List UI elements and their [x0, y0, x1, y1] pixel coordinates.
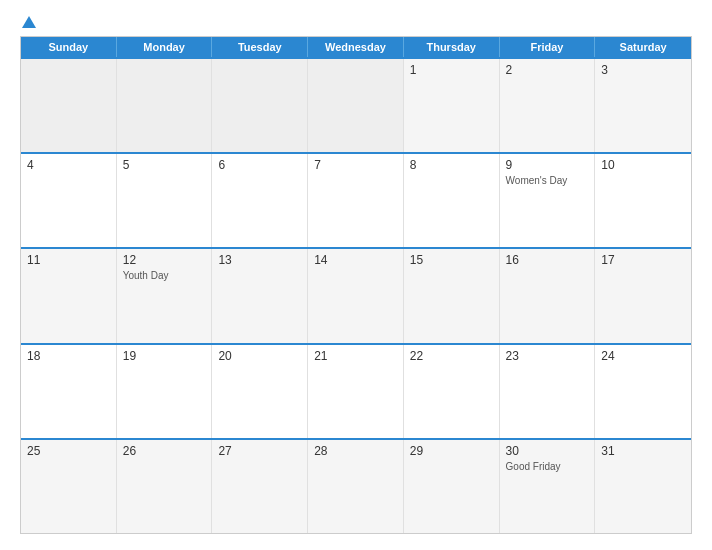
calendar-day-cell: 18	[21, 345, 117, 438]
calendar-day-cell: 25	[21, 440, 117, 533]
calendar-day-cell: 19	[117, 345, 213, 438]
calendar-day-cell: 9Women's Day	[500, 154, 596, 247]
day-number: 27	[218, 444, 301, 458]
day-number: 4	[27, 158, 110, 172]
day-number: 13	[218, 253, 301, 267]
day-number: 17	[601, 253, 685, 267]
day-number: 22	[410, 349, 493, 363]
day-number: 30	[506, 444, 589, 458]
calendar-body: 123456789Women's Day101112Youth Day13141…	[21, 57, 691, 533]
calendar-day-cell	[212, 59, 308, 152]
calendar-day-cell: 21	[308, 345, 404, 438]
calendar-day-cell: 8	[404, 154, 500, 247]
header	[20, 16, 692, 28]
calendar-day-cell: 27	[212, 440, 308, 533]
calendar-day-cell: 20	[212, 345, 308, 438]
day-number: 29	[410, 444, 493, 458]
calendar-day-cell: 24	[595, 345, 691, 438]
calendar-day-cell: 16	[500, 249, 596, 342]
calendar-day-cell: 5	[117, 154, 213, 247]
calendar-week-row: 123	[21, 57, 691, 152]
calendar-day-cell: 26	[117, 440, 213, 533]
calendar-day-cell: 3	[595, 59, 691, 152]
calendar-day-cell: 17	[595, 249, 691, 342]
calendar-week-row: 456789Women's Day10	[21, 152, 691, 247]
calendar-page: SundayMondayTuesdayWednesdayThursdayFrid…	[0, 0, 712, 550]
day-number: 18	[27, 349, 110, 363]
holiday-label: Women's Day	[506, 174, 589, 187]
calendar-day-cell: 10	[595, 154, 691, 247]
calendar-day-cell	[21, 59, 117, 152]
calendar-day-cell: 12Youth Day	[117, 249, 213, 342]
calendar-day-cell: 31	[595, 440, 691, 533]
calendar-week-row: 1112Youth Day1314151617	[21, 247, 691, 342]
calendar-day-cell: 23	[500, 345, 596, 438]
calendar-header-cell: Thursday	[404, 37, 500, 57]
calendar-day-cell: 30Good Friday	[500, 440, 596, 533]
calendar-day-cell: 11	[21, 249, 117, 342]
calendar-day-cell: 2	[500, 59, 596, 152]
calendar-day-cell: 6	[212, 154, 308, 247]
day-number: 24	[601, 349, 685, 363]
day-number: 21	[314, 349, 397, 363]
calendar-day-cell: 29	[404, 440, 500, 533]
day-number: 19	[123, 349, 206, 363]
day-number: 3	[601, 63, 685, 77]
calendar-header-row: SundayMondayTuesdayWednesdayThursdayFrid…	[21, 37, 691, 57]
calendar-day-cell	[308, 59, 404, 152]
day-number: 2	[506, 63, 589, 77]
logo	[20, 16, 36, 28]
calendar-header-cell: Saturday	[595, 37, 691, 57]
calendar-week-row: 252627282930Good Friday31	[21, 438, 691, 533]
calendar-day-cell: 22	[404, 345, 500, 438]
calendar-grid: SundayMondayTuesdayWednesdayThursdayFrid…	[20, 36, 692, 534]
calendar-day-cell: 14	[308, 249, 404, 342]
day-number: 12	[123, 253, 206, 267]
calendar-header-cell: Tuesday	[212, 37, 308, 57]
calendar-header-cell: Sunday	[21, 37, 117, 57]
calendar-header-cell: Friday	[500, 37, 596, 57]
day-number: 10	[601, 158, 685, 172]
day-number: 6	[218, 158, 301, 172]
day-number: 28	[314, 444, 397, 458]
day-number: 31	[601, 444, 685, 458]
day-number: 16	[506, 253, 589, 267]
calendar-day-cell	[117, 59, 213, 152]
calendar-day-cell: 28	[308, 440, 404, 533]
holiday-label: Youth Day	[123, 269, 206, 282]
day-number: 7	[314, 158, 397, 172]
day-number: 9	[506, 158, 589, 172]
calendar-day-cell: 1	[404, 59, 500, 152]
calendar-week-row: 18192021222324	[21, 343, 691, 438]
day-number: 25	[27, 444, 110, 458]
day-number: 14	[314, 253, 397, 267]
calendar-day-cell: 13	[212, 249, 308, 342]
day-number: 26	[123, 444, 206, 458]
day-number: 1	[410, 63, 493, 77]
calendar-header-cell: Monday	[117, 37, 213, 57]
holiday-label: Good Friday	[506, 460, 589, 473]
day-number: 5	[123, 158, 206, 172]
calendar-day-cell: 7	[308, 154, 404, 247]
calendar-day-cell: 4	[21, 154, 117, 247]
day-number: 15	[410, 253, 493, 267]
day-number: 20	[218, 349, 301, 363]
calendar-day-cell: 15	[404, 249, 500, 342]
logo-triangle-icon	[22, 16, 36, 28]
day-number: 11	[27, 253, 110, 267]
day-number: 23	[506, 349, 589, 363]
calendar-header-cell: Wednesday	[308, 37, 404, 57]
day-number: 8	[410, 158, 493, 172]
